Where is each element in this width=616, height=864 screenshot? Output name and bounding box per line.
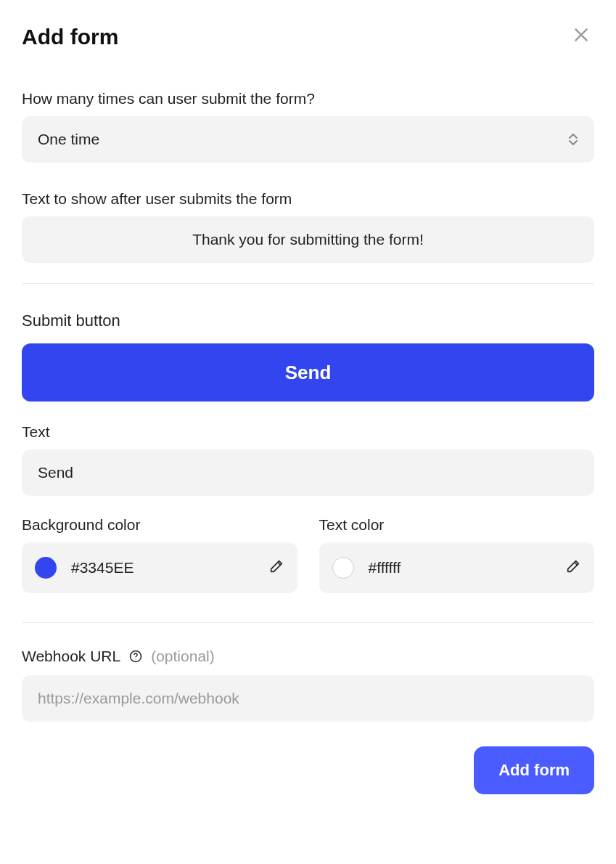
submission-limit-value: One time bbox=[38, 131, 99, 148]
select-arrows-icon bbox=[568, 134, 578, 145]
button-text-label: Text bbox=[22, 423, 594, 441]
text-color-picker[interactable]: #ffffff bbox=[319, 542, 595, 593]
bg-color-label: Background color bbox=[22, 516, 297, 534]
color-row: Background color #3345EE Text color #fff… bbox=[22, 516, 594, 593]
submit-button-section-label: Submit button bbox=[22, 311, 594, 330]
help-icon[interactable] bbox=[128, 648, 144, 664]
pencil-icon bbox=[565, 558, 581, 577]
submission-limit-field: How many times can user submit the form?… bbox=[22, 90, 594, 163]
svg-point-5 bbox=[136, 659, 136, 660]
button-text-field: Text bbox=[22, 423, 594, 496]
bg-color-picker[interactable]: #3345EE bbox=[22, 542, 297, 593]
text-color-swatch bbox=[332, 557, 354, 579]
submission-limit-label: How many times can user submit the form? bbox=[22, 90, 594, 107]
thank-you-field: Text to show after user submits the form bbox=[22, 190, 594, 263]
submit-button-preview: Send bbox=[22, 343, 594, 402]
text-color-value: #ffffff bbox=[369, 559, 566, 576]
text-color-field: Text color #ffffff bbox=[319, 516, 595, 593]
divider-2 bbox=[22, 622, 594, 623]
submission-limit-select[interactable]: One time bbox=[22, 116, 594, 163]
pencil-icon bbox=[268, 558, 284, 577]
bg-color-value: #3345EE bbox=[71, 559, 268, 576]
add-form-modal: Add form How many times can user submit … bbox=[0, 0, 616, 864]
bg-color-field: Background color #3345EE bbox=[22, 516, 297, 593]
modal-title: Add form bbox=[22, 25, 118, 49]
webhook-optional: (optional) bbox=[151, 648, 215, 665]
thank-you-label: Text to show after user submits the form bbox=[22, 190, 594, 208]
webhook-label: Webhook URL bbox=[22, 648, 120, 665]
add-form-button[interactable]: Add form bbox=[474, 746, 594, 794]
text-color-label: Text color bbox=[319, 516, 595, 534]
webhook-input[interactable] bbox=[22, 675, 594, 722]
modal-footer: Add form bbox=[22, 746, 594, 794]
close-icon bbox=[572, 25, 591, 44]
bg-color-swatch bbox=[35, 557, 57, 579]
thank-you-input[interactable] bbox=[22, 216, 594, 263]
submit-button-preview-label: Send bbox=[285, 362, 332, 384]
webhook-label-row: Webhook URL (optional) bbox=[22, 648, 594, 665]
close-button[interactable] bbox=[568, 22, 594, 48]
button-text-input[interactable] bbox=[22, 449, 594, 496]
divider-1 bbox=[22, 283, 594, 284]
modal-header: Add form bbox=[22, 25, 594, 49]
